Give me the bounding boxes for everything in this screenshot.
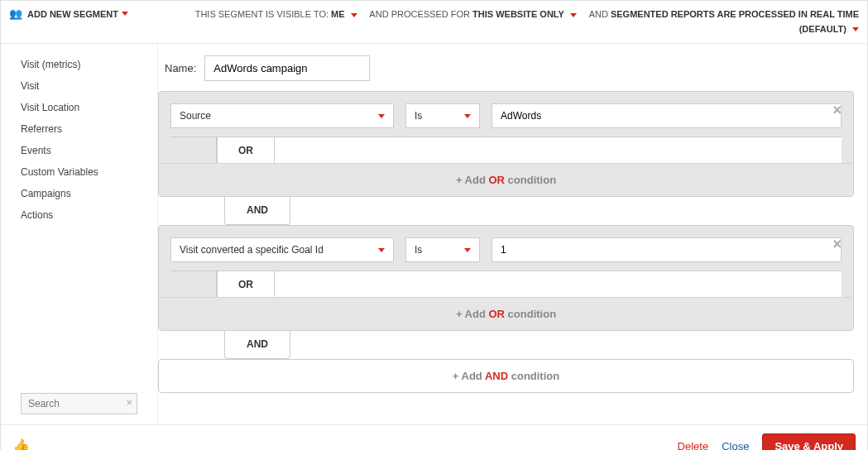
sidebar-item-events[interactable]: Events [1, 140, 157, 161]
value-input[interactable] [492, 103, 842, 128]
search-box: × [21, 393, 137, 414]
sidebar-item-visit[interactable]: Visit [1, 75, 157, 97]
chevron-down-icon [852, 27, 859, 31]
or-connector: OR [159, 136, 853, 163]
sidebar-item-visit-location[interactable]: Visit Location [1, 97, 157, 118]
segment-block: Source Is × OR + Add OR condit [158, 91, 854, 197]
sidebar: Visit (metrics) Visit Visit Location Ref… [1, 44, 158, 424]
and-connector: AND [158, 331, 854, 359]
and-tab[interactable]: AND [224, 196, 290, 225]
chevron-down-icon [378, 114, 385, 118]
name-input[interactable] [204, 55, 370, 81]
or-connector: OR [159, 270, 853, 297]
add-segment-label: ADD NEW SEGMENT [27, 9, 118, 19]
sidebar-item-custom-variables[interactable]: Custom Variables [1, 161, 157, 183]
content: Name: Source Is × [158, 44, 867, 424]
thumbs-up-icon[interactable]: 👍 [12, 438, 30, 450]
sidebar-item-actions[interactable]: Actions [1, 204, 157, 226]
or-tab[interactable]: OR [217, 136, 275, 163]
realtime-dropdown[interactable]: AND SEGMENTED REPORTS ARE PROCESSED IN R… [589, 9, 859, 34]
value-input[interactable] [492, 237, 842, 262]
search-input[interactable] [21, 393, 137, 414]
sidebar-item-visit-metrics[interactable]: Visit (metrics) [1, 54, 157, 75]
field-select[interactable]: Visit converted a specific Goal Id [170, 237, 394, 262]
sidebar-item-campaigns[interactable]: Campaigns [1, 183, 157, 204]
chevron-down-icon [464, 248, 471, 252]
add-and-button[interactable]: + Add AND condition [158, 359, 854, 393]
condition-row: Source Is × [159, 92, 853, 136]
chevron-down-icon [122, 12, 128, 16]
chevron-down-icon [464, 114, 471, 118]
visibility-dropdown[interactable]: THIS SEGMENT IS VISIBLE TO: ME [195, 9, 360, 19]
operator-select[interactable]: Is [405, 103, 480, 128]
top-bar: 👥 ADD NEW SEGMENT THIS SEGMENT IS VISIBL… [1, 1, 867, 44]
delete-link[interactable]: Delete [678, 440, 709, 450]
processed-dropdown[interactable]: AND PROCESSED FOR THIS WEBSITE ONLY [369, 9, 579, 19]
chevron-down-icon [378, 248, 385, 252]
and-connector: AND [158, 197, 854, 225]
name-label: Name: [165, 62, 196, 74]
remove-condition-icon[interactable]: × [832, 102, 842, 119]
close-link[interactable]: Close [722, 440, 749, 450]
people-icon: 👥 [9, 7, 22, 20]
condition-row: Visit converted a specific Goal Id Is × [159, 226, 853, 270]
chevron-down-icon [351, 13, 357, 17]
segment-block: Visit converted a specific Goal Id Is × … [158, 225, 854, 331]
and-tab[interactable]: AND [224, 330, 290, 359]
close-icon[interactable]: × [126, 396, 132, 409]
chevron-down-icon [570, 13, 577, 17]
sidebar-item-referrers[interactable]: Referrers [1, 118, 157, 140]
top-bar-config: THIS SEGMENT IS VISIBLE TO: ME AND PROCE… [128, 7, 859, 36]
add-or-button[interactable]: + Add OR condition [159, 163, 853, 196]
save-apply-button[interactable]: Save & Apply [762, 433, 856, 450]
operator-select[interactable]: Is [405, 237, 480, 262]
add-segment-button[interactable]: 👥 ADD NEW SEGMENT [9, 7, 128, 20]
remove-condition-icon[interactable]: × [832, 236, 842, 253]
add-or-button[interactable]: + Add OR condition [159, 297, 853, 330]
or-tab[interactable]: OR [217, 270, 275, 297]
field-select[interactable]: Source [170, 103, 394, 128]
footer: 👍 Delete Close Save & Apply [1, 424, 867, 450]
